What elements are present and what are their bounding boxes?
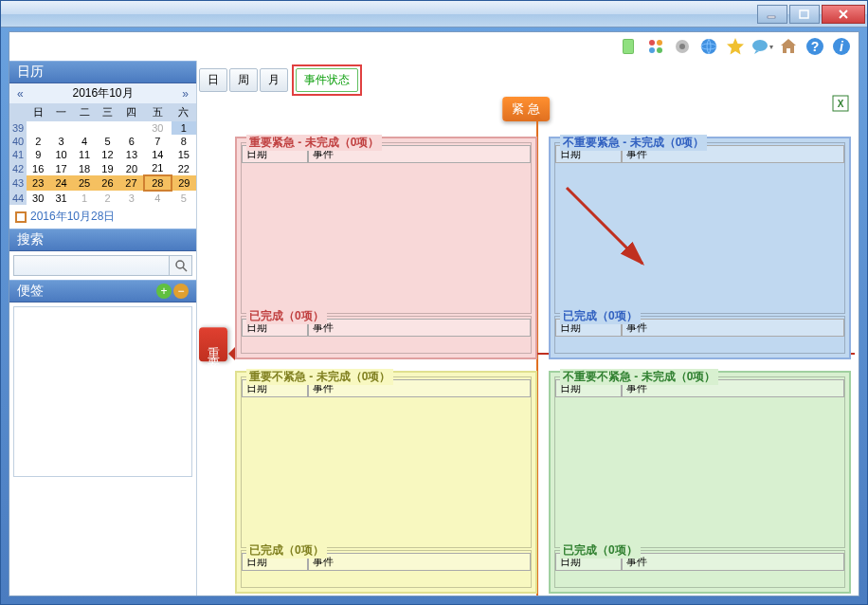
- add-note-button[interactable]: +: [156, 284, 172, 299]
- calendar-day[interactable]: 24: [49, 175, 72, 191]
- search-panel-header: 搜索: [9, 229, 196, 251]
- tab-month[interactable]: 月: [260, 68, 288, 92]
- calendar-day[interactable]: 10: [49, 148, 72, 161]
- calendar-day[interactable]: 1: [73, 191, 96, 205]
- calendar-day[interactable]: 16: [27, 161, 49, 175]
- calendar-day[interactable]: [27, 121, 49, 135]
- month-label[interactable]: 2016年10月: [24, 85, 183, 101]
- calendar-day[interactable]: 14: [144, 148, 171, 161]
- close-button[interactable]: [822, 5, 865, 24]
- calendar-day[interactable]: 4: [73, 135, 96, 148]
- calendar-footer: 2016年10月28日: [9, 205, 196, 229]
- calendar-day[interactable]: 3: [49, 135, 72, 148]
- calendar-day[interactable]: 18: [73, 161, 96, 175]
- search-button[interactable]: [170, 255, 192, 276]
- svg-line-18: [183, 267, 187, 271]
- svg-point-6: [649, 47, 655, 53]
- svg-point-7: [657, 47, 662, 53]
- help-icon[interactable]: ?: [804, 35, 826, 58]
- titlebar: [1, 1, 867, 28]
- weekday-header: 二: [73, 103, 96, 121]
- globe-icon[interactable]: [697, 35, 720, 58]
- gear-icon[interactable]: [671, 35, 694, 58]
- week-number[interactable]: 44: [9, 191, 27, 205]
- calendar-day[interactable]: 3: [119, 191, 144, 205]
- calendar-day[interactable]: 1: [172, 121, 196, 135]
- quadrant-notimportant-noturgent[interactable]: 不重要不紧急 - 未完成（0项）日期事件 已完成（0项）日期事件: [549, 371, 851, 594]
- home-icon[interactable]: [777, 35, 800, 58]
- calendar-day[interactable]: 22: [172, 161, 196, 175]
- section-title: 重要不紧急 - 未完成（0项）: [246, 369, 393, 385]
- calendar-day[interactable]: 19: [96, 161, 118, 175]
- weekday-header: 日: [27, 103, 49, 121]
- minimize-button[interactable]: [757, 5, 787, 24]
- calendar-day[interactable]: 23: [27, 175, 49, 191]
- tab-event-status[interactable]: 事件状态: [296, 68, 358, 92]
- week-number[interactable]: 42: [9, 161, 27, 175]
- calendar-day[interactable]: 26: [96, 175, 118, 191]
- client-area: ▾ ? i 日历 « 2016年10月 » 日一二三四五六 3930140234…: [9, 31, 859, 596]
- maximize-button[interactable]: [789, 5, 820, 24]
- sidebar: 日历 « 2016年10月 » 日一二三四五六 3930140234567841…: [9, 61, 197, 596]
- col-event: 事件: [308, 553, 531, 571]
- weekday-header: 三: [96, 103, 118, 121]
- calendar-day[interactable]: [119, 121, 144, 135]
- annotation-highlight: 事件状态: [292, 64, 362, 96]
- content-area: 日 周 月 事件状态 X 紧 急 重 要 重要紧急 - 未完成（0项）日: [197, 61, 859, 596]
- calendar-day[interactable]: 17: [49, 161, 72, 175]
- calendar-day[interactable]: 30: [27, 191, 49, 205]
- book-icon[interactable]: [618, 35, 641, 58]
- calendar-day[interactable]: 7: [144, 135, 171, 148]
- calendar-day[interactable]: 30: [144, 121, 171, 135]
- remove-note-button[interactable]: −: [173, 284, 189, 299]
- calendar-day[interactable]: 20: [119, 161, 144, 175]
- search-input[interactable]: [13, 255, 170, 276]
- calendar-day[interactable]: [73, 121, 96, 135]
- quadrant-notimportant-urgent[interactable]: 不重要紧急 - 未完成（0项）日期事件 已完成（0项）日期事件: [549, 137, 851, 359]
- calendar-day[interactable]: 13: [119, 148, 144, 161]
- info-icon[interactable]: i: [830, 35, 853, 58]
- export-excel-button[interactable]: X: [832, 95, 849, 112]
- weekday-header: 五: [144, 103, 171, 121]
- week-number[interactable]: 43: [9, 175, 27, 191]
- calendar-day[interactable]: 31: [49, 191, 72, 205]
- calendar-day[interactable]: 5: [96, 135, 118, 148]
- calendar-day[interactable]: 11: [73, 148, 96, 161]
- today-date-label[interactable]: 2016年10月28日: [30, 209, 115, 225]
- week-number[interactable]: 41: [9, 148, 27, 161]
- apps-icon[interactable]: [644, 35, 667, 58]
- week-number[interactable]: 39: [9, 121, 27, 135]
- star-icon[interactable]: [724, 35, 747, 58]
- search-box: [9, 251, 196, 280]
- tab-week[interactable]: 周: [229, 68, 258, 92]
- notes-list[interactable]: [13, 306, 192, 477]
- svg-text:?: ?: [811, 39, 820, 54]
- calendar-day[interactable]: 29: [172, 175, 196, 191]
- calendar-day[interactable]: 4: [144, 191, 171, 205]
- next-month-button[interactable]: »: [182, 87, 189, 101]
- calendar-day[interactable]: 5: [172, 191, 196, 205]
- calendar-day[interactable]: 2: [27, 135, 49, 148]
- calendar-day[interactable]: 9: [27, 148, 49, 161]
- quadrant-important-noturgent[interactable]: 重要不紧急 - 未完成（0项）日期事件 已完成（0项）日期事件: [235, 371, 537, 594]
- calendar-day[interactable]: 2: [96, 191, 118, 205]
- calendar-day[interactable]: 28: [144, 175, 171, 191]
- calendar-day[interactable]: 15: [172, 148, 196, 161]
- week-number[interactable]: 40: [9, 135, 27, 148]
- calendar-day[interactable]: 25: [73, 175, 96, 191]
- top-toolbar: ▾ ? i: [9, 32, 859, 61]
- svg-text:X: X: [838, 99, 844, 109]
- calendar-day[interactable]: 12: [96, 148, 118, 161]
- chat-icon[interactable]: ▾: [750, 35, 773, 58]
- notes-title: 便签: [17, 283, 44, 300]
- calendar-day[interactable]: 6: [119, 135, 144, 148]
- tab-day[interactable]: 日: [199, 68, 227, 92]
- calendar-day[interactable]: [96, 121, 118, 135]
- quadrant-important-urgent[interactable]: 重要紧急 - 未完成（0项）日期事件 已完成（0项）日期事件: [235, 137, 537, 359]
- calendar-day[interactable]: 21: [144, 161, 171, 175]
- prev-month-button[interactable]: «: [17, 87, 24, 101]
- calendar-day[interactable]: 27: [119, 175, 144, 191]
- col-event: 事件: [308, 319, 531, 337]
- calendar-day[interactable]: 8: [172, 135, 196, 148]
- calendar-day[interactable]: [49, 121, 72, 135]
